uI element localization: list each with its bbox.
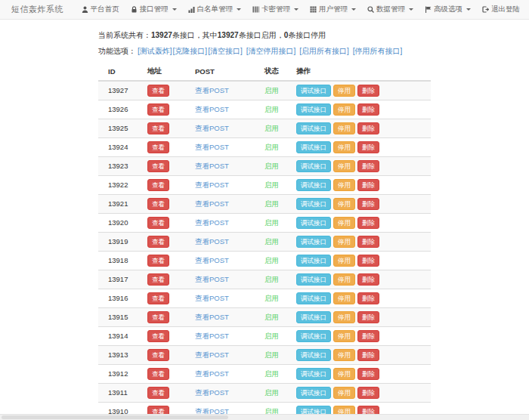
horizontal-scrollbar-thumb[interactable] [2, 415, 228, 419]
disable-all-api-link[interactable]: [停用所有接口] [353, 46, 403, 57]
disable-button[interactable]: 停用 [333, 330, 355, 342]
view-button[interactable]: 查看 [147, 85, 169, 97]
view-button[interactable]: 查看 [147, 122, 169, 134]
view-button[interactable]: 查看 [147, 311, 169, 323]
debug-button[interactable]: 调试接口 [296, 311, 331, 323]
test-bomb-link[interactable]: [测试轰炸] [138, 46, 172, 57]
disable-button[interactable]: 停用 [333, 255, 355, 267]
nav-item-card-key-management[interactable]: 卡密管理 [252, 5, 299, 14]
disable-button[interactable]: 停用 [333, 236, 355, 248]
debug-button[interactable]: 调试接口 [296, 217, 331, 229]
nav-item-user-management[interactable]: 用户管理 [310, 5, 356, 14]
disable-button[interactable]: 停用 [333, 122, 355, 134]
disable-button[interactable]: 停用 [333, 311, 355, 323]
disable-button[interactable]: 停用 [333, 141, 355, 153]
delete-button[interactable]: 删除 [357, 122, 379, 134]
view-button[interactable]: 查看 [147, 141, 169, 153]
view-post-link[interactable]: 查看POST [195, 181, 229, 189]
delete-button[interactable]: 删除 [357, 217, 379, 229]
view-button[interactable]: 查看 [147, 179, 169, 191]
view-post-link[interactable]: 查看POST [195, 162, 229, 170]
delete-button[interactable]: 删除 [357, 85, 379, 97]
nav-item-api-management[interactable]: 接口管理 [131, 5, 177, 14]
debug-button[interactable]: 调试接口 [296, 236, 331, 248]
disable-button[interactable]: 停用 [333, 179, 355, 191]
view-post-link[interactable]: 查看POST [195, 199, 229, 208]
view-button[interactable]: 查看 [147, 255, 169, 267]
disable-button[interactable]: 停用 [333, 387, 355, 399]
nav-item-advanced-options[interactable]: 高级选项 [425, 5, 471, 14]
view-button[interactable]: 查看 [147, 236, 169, 248]
view-button[interactable]: 查看 [147, 292, 169, 304]
delete-button[interactable]: 删除 [357, 236, 379, 248]
debug-button[interactable]: 调试接口 [296, 255, 331, 267]
view-post-link[interactable]: 查看POST [195, 351, 229, 359]
view-post-link[interactable]: 查看POST [195, 124, 229, 132]
view-post-link[interactable]: 查看POST [195, 275, 229, 283]
delete-button[interactable]: 删除 [357, 141, 379, 153]
delete-button[interactable]: 删除 [357, 330, 379, 342]
delete-button[interactable]: 删除 [357, 273, 379, 286]
view-button[interactable]: 查看 [147, 273, 169, 286]
nav-item-home[interactable]: 平台首页 [82, 5, 119, 14]
view-post-link[interactable]: 查看POST [195, 105, 229, 113]
view-button[interactable]: 查看 [147, 198, 169, 210]
delete-button[interactable]: 删除 [357, 311, 379, 323]
disable-button[interactable]: 停用 [333, 273, 355, 286]
clone-api-link[interactable]: [克隆接口] [173, 46, 208, 57]
view-button[interactable]: 查看 [147, 368, 169, 380]
debug-button[interactable]: 调试接口 [296, 85, 331, 97]
view-button[interactable]: 查看 [147, 160, 169, 172]
enable-all-api-link[interactable]: [启用所有接口] [299, 46, 349, 57]
disable-button[interactable]: 停用 [333, 198, 355, 210]
disable-button[interactable]: 停用 [333, 368, 355, 380]
debug-button[interactable]: 调试接口 [296, 368, 331, 380]
debug-button[interactable]: 调试接口 [296, 103, 331, 116]
debug-button[interactable]: 调试接口 [296, 179, 331, 191]
view-post-link[interactable]: 查看POST [195, 86, 229, 94]
disable-button[interactable]: 停用 [333, 103, 355, 116]
delete-button[interactable]: 删除 [357, 368, 379, 380]
delete-button[interactable]: 删除 [357, 387, 379, 399]
view-post-link[interactable]: 查看POST [195, 388, 229, 397]
debug-button[interactable]: 调试接口 [296, 141, 331, 153]
clear-api-link[interactable]: [清空接口] [208, 46, 243, 57]
debug-button[interactable]: 调试接口 [296, 160, 331, 172]
delete-button[interactable]: 删除 [357, 198, 379, 210]
nav-item-logout[interactable]: 退出登陆 [482, 5, 520, 14]
debug-button[interactable]: 调试接口 [296, 330, 331, 342]
debug-button[interactable]: 调试接口 [296, 349, 331, 361]
debug-button[interactable]: 调试接口 [296, 198, 331, 210]
view-post-link[interactable]: 查看POST [195, 218, 229, 227]
disable-button[interactable]: 停用 [333, 85, 355, 97]
clear-disabled-api-link[interactable]: [清空停用接口] [246, 46, 296, 57]
nav-item-data-management[interactable]: 数据管理 [367, 5, 413, 14]
view-post-link[interactable]: 查看POST [195, 237, 229, 246]
delete-button[interactable]: 删除 [357, 349, 379, 361]
view-button[interactable]: 查看 [147, 103, 169, 116]
view-button[interactable]: 查看 [147, 387, 169, 399]
view-post-link[interactable]: 查看POST [195, 332, 229, 340]
debug-button[interactable]: 调试接口 [296, 292, 331, 304]
view-post-link[interactable]: 查看POST [195, 369, 229, 378]
nav-item-whitelist-management[interactable]: 白名单管理 [188, 5, 242, 14]
disable-button[interactable]: 停用 [333, 160, 355, 172]
delete-button[interactable]: 删除 [357, 160, 379, 172]
horizontal-scrollbar[interactable] [0, 414, 529, 420]
delete-button[interactable]: 删除 [357, 179, 379, 191]
debug-button[interactable]: 调试接口 [296, 387, 331, 399]
view-post-link[interactable]: 查看POST [195, 256, 229, 264]
view-post-link[interactable]: 查看POST [195, 294, 229, 302]
disable-button[interactable]: 停用 [333, 349, 355, 361]
delete-button[interactable]: 删除 [357, 255, 379, 267]
debug-button[interactable]: 调试接口 [296, 122, 331, 134]
view-post-link[interactable]: 查看POST [195, 143, 229, 151]
view-post-link[interactable]: 查看POST [195, 313, 229, 321]
view-button[interactable]: 查看 [147, 330, 169, 342]
view-button[interactable]: 查看 [147, 217, 169, 229]
view-button[interactable]: 查看 [147, 349, 169, 361]
delete-button[interactable]: 删除 [357, 292, 379, 304]
debug-button[interactable]: 调试接口 [296, 273, 331, 286]
delete-button[interactable]: 删除 [357, 103, 379, 116]
disable-button[interactable]: 停用 [333, 292, 355, 304]
